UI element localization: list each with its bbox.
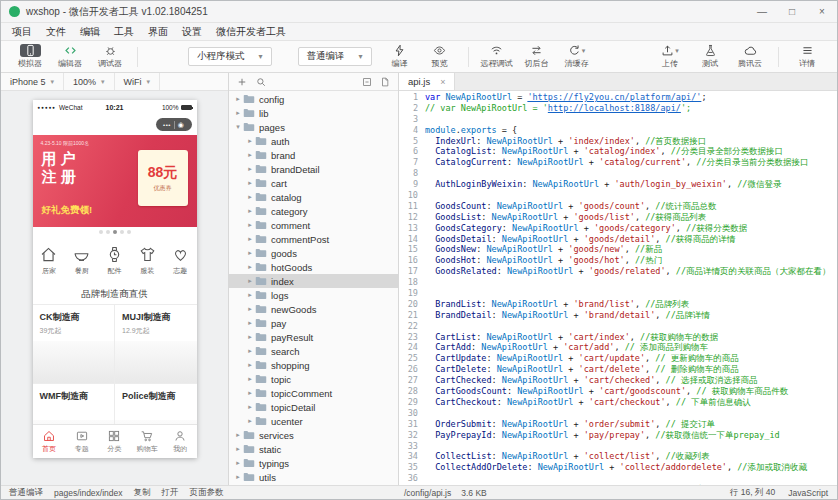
chevron-right-icon[interactable]: ▸: [246, 263, 254, 271]
tree-item[interactable]: ▸topicDetail: [229, 400, 398, 414]
code-line[interactable]: 10: [399, 190, 837, 201]
menu-edit[interactable]: 编辑: [73, 25, 107, 39]
code-line[interactable]: 5 IndexUrl: NewApiRootUrl + 'index/index…: [399, 136, 837, 147]
tree-item[interactable]: ▸brandDetail: [229, 162, 398, 176]
code-line[interactable]: 6 CatalogList: NewApiRootUrl + 'catalog/…: [399, 146, 837, 157]
chevron-right-icon[interactable]: ▸: [234, 431, 242, 439]
code-line[interactable]: 34 CollectList: NewApiRootUrl + 'collect…: [399, 451, 837, 462]
chevron-right-icon[interactable]: ▸: [246, 375, 254, 383]
chevron-right-icon[interactable]: ▸: [246, 403, 254, 411]
code-line[interactable]: 22: [399, 321, 837, 332]
chevron-right-icon[interactable]: ▸: [246, 417, 254, 425]
toggle-simulator-button[interactable]: 模拟器: [11, 44, 49, 69]
code-line[interactable]: 19: [399, 288, 837, 299]
chevron-down-icon[interactable]: ▾: [234, 123, 242, 131]
tree-item[interactable]: ▸typings: [229, 456, 398, 470]
chevron-right-icon[interactable]: ▸: [246, 305, 254, 313]
code-line[interactable]: 33: [399, 441, 837, 452]
search-icon[interactable]: [256, 77, 266, 87]
brand-card[interactable]: CK制造商39元起: [33, 305, 115, 383]
menu-file[interactable]: 文件: [39, 25, 73, 39]
chevron-right-icon[interactable]: ▸: [246, 389, 254, 397]
add-file-icon[interactable]: [237, 77, 247, 87]
channel-item[interactable]: 餐厨: [65, 245, 98, 276]
channel-item[interactable]: 配件: [98, 245, 131, 276]
code-line[interactable]: 8: [399, 168, 837, 179]
chevron-right-icon[interactable]: ▸: [246, 179, 254, 187]
titlebar[interactable]: wxshop - 微信开发者工具 v1.02.1804251 — □ ×: [1, 1, 837, 23]
chevron-right-icon[interactable]: ▸: [234, 109, 242, 117]
test-button[interactable]: 测试: [692, 44, 728, 69]
menu-project[interactable]: 项目: [5, 25, 39, 39]
channel-item[interactable]: 居家: [33, 245, 66, 276]
code-area[interactable]: 1var NewApiRootUrl = 'https://fly2you.cn…: [399, 91, 837, 485]
chevron-right-icon[interactable]: ▸: [246, 207, 254, 215]
page-params-action[interactable]: 页面参数: [190, 487, 224, 499]
toggle-debugger-button[interactable]: 调试器: [91, 44, 129, 69]
compile-button[interactable]: 编译: [382, 44, 418, 69]
tree-item[interactable]: ▸commentPost: [229, 232, 398, 246]
chevron-right-icon[interactable]: ▸: [246, 151, 254, 159]
tree-item[interactable]: ▸ucenter: [229, 414, 398, 428]
code-line[interactable]: 13 GoodsCategory: NewApiRootUrl + 'goods…: [399, 223, 837, 234]
chevron-right-icon[interactable]: ▸: [234, 95, 242, 103]
tree-item[interactable]: ▸topicComment: [229, 386, 398, 400]
tab-cart[interactable]: 购物车: [131, 425, 164, 458]
tree-item[interactable]: ▸cart: [229, 176, 398, 190]
minimize-button[interactable]: —: [747, 1, 777, 22]
menu-tools[interactable]: 工具: [107, 25, 141, 39]
code-line[interactable]: 27 CartChecked: NewApiRootUrl + 'cart/ch…: [399, 375, 837, 386]
code-line[interactable]: 18: [399, 277, 837, 288]
code-line[interactable]: 7 CatalogCurrent: NewApiRootUrl + 'catal…: [399, 157, 837, 168]
miniprogram-capsule[interactable]: ••• ◉: [156, 118, 192, 131]
code-line[interactable]: 20 BrandList: NewApiRootUrl + 'brand/lis…: [399, 299, 837, 310]
tree-item[interactable]: ▸newGoods: [229, 302, 398, 316]
code-line[interactable]: 17 GoodsRelated: NewApiRootUrl + 'goods/…: [399, 266, 837, 277]
cursor-position[interactable]: 行 16, 列 40: [730, 487, 775, 499]
collapse-all-icon[interactable]: [362, 77, 372, 87]
code-line[interactable]: 4module.exports = {: [399, 125, 837, 136]
tree-item[interactable]: ▸comment: [229, 218, 398, 232]
code-line[interactable]: 3: [399, 114, 837, 125]
chevron-right-icon[interactable]: ▸: [246, 333, 254, 341]
code-line[interactable]: 24 CartAdd: NewApiRootUrl + 'cart/add', …: [399, 342, 837, 353]
chevron-right-icon[interactable]: ▸: [234, 445, 242, 453]
channel-item[interactable]: 服装: [131, 245, 164, 276]
menu-settings[interactable]: 设置: [175, 25, 209, 39]
switch-background-button[interactable]: 切后台: [519, 44, 555, 69]
more-dots-icon[interactable]: •••: [163, 122, 171, 128]
preview-button[interactable]: 预览: [422, 44, 458, 69]
code-line[interactable]: 35 CollectAddOrDelete: NewApiRootUrl + '…: [399, 462, 837, 473]
code-line[interactable]: 32 PayPrepayId: NewApiRootUrl + 'pay/pre…: [399, 430, 837, 441]
chevron-right-icon[interactable]: ▸: [246, 193, 254, 201]
tree-item[interactable]: ▸utils: [229, 470, 398, 484]
code-line[interactable]: 9 AuthLoginByWeixin: NewApiRootUrl + 'au…: [399, 179, 837, 190]
chevron-right-icon[interactable]: ▸: [246, 291, 254, 299]
chevron-right-icon[interactable]: ▸: [246, 221, 254, 229]
tree-item[interactable]: ▸pay: [229, 316, 398, 330]
language-mode[interactable]: JavaScript: [788, 488, 828, 498]
code-line[interactable]: 14 GoodsDetail: NewApiRootUrl + 'goods/d…: [399, 234, 837, 245]
brand-card[interactable]: MUJI制造商12.9元起: [115, 305, 197, 383]
chevron-right-icon[interactable]: ▸: [246, 249, 254, 257]
channel-item[interactable]: 志趣: [164, 245, 197, 276]
tree-item[interactable]: ▸static: [229, 442, 398, 456]
code-line[interactable]: 28 CartGoodsCount: NewApiRootUrl + 'cart…: [399, 386, 837, 397]
details-button[interactable]: 详情: [789, 44, 825, 69]
tab-profile[interactable]: 我的: [164, 425, 197, 458]
tab-home[interactable]: 首页: [33, 425, 66, 458]
close-button[interactable]: ×: [807, 1, 837, 22]
tree-item[interactable]: ▸catalog: [229, 190, 398, 204]
tree-item[interactable]: ▸category: [229, 204, 398, 218]
zoom-select[interactable]: 100%: [64, 73, 115, 90]
tab-category[interactable]: 分类: [98, 425, 131, 458]
tree-item[interactable]: ▸config: [229, 92, 398, 106]
code-line[interactable]: 1var NewApiRootUrl = 'https://fly2you.cn…: [399, 92, 837, 103]
toggle-editor-button[interactable]: 编辑器: [51, 44, 89, 69]
code-line[interactable]: 15 GoodsNew: NewApiRootUrl + 'goods/new'…: [399, 244, 837, 255]
close-target-icon[interactable]: ◉: [178, 121, 184, 129]
code-line[interactable]: 30: [399, 408, 837, 419]
code-line[interactable]: 23 CartList: NewApiRootUrl + 'cart/index…: [399, 332, 837, 343]
compile-mode-status[interactable]: 普通编译: [9, 487, 43, 499]
tree-item[interactable]: ▸auth: [229, 134, 398, 148]
